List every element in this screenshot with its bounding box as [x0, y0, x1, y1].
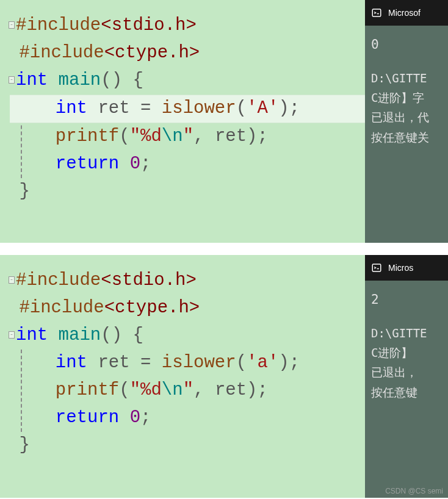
punct: ( — [119, 126, 129, 146]
preproc: #include — [19, 298, 104, 318]
fn-call: printf — [56, 126, 119, 146]
output-line: D:\GITTE — [371, 68, 442, 88]
fn-call: printf — [56, 380, 119, 400]
header-file: <stdio.h> — [101, 15, 197, 35]
output-value: 2 — [371, 289, 442, 311]
brace: } — [19, 435, 29, 455]
output-line: 按任意键关 — [371, 127, 442, 147]
watermark-text: CSDN @CS semi — [385, 487, 443, 495]
fold-icon[interactable]: - — [9, 276, 15, 284]
punct: ; — [140, 154, 151, 174]
char-literal: 'A' — [247, 98, 278, 118]
type-keyword: int — [56, 98, 87, 118]
console-window-2[interactable]: Micros 2 D:\GITTE C进阶】 已退出， 按任意键 — [365, 255, 448, 498]
header-file: <ctype.h> — [104, 43, 200, 63]
punct: , — [193, 126, 215, 146]
terminal-icon — [371, 262, 382, 273]
op: = — [140, 98, 162, 118]
output-line: C进阶】 — [371, 343, 442, 362]
punct: ); — [278, 98, 300, 118]
header-file: <stdio.h> — [101, 270, 197, 290]
fold-icon[interactable]: - — [9, 76, 15, 84]
number: 0 — [130, 407, 140, 428]
console-window-1[interactable]: Microsof 0 D:\GITTE C进阶】字 已退出，代 按任意键关 — [365, 0, 448, 243]
preproc: #include — [16, 15, 101, 35]
op: = — [140, 353, 162, 373]
string: "%d — [130, 126, 162, 146]
string: " — [183, 126, 193, 146]
fold-icon[interactable]: - — [9, 21, 15, 29]
console-output: 0 D:\GITTE C进阶】字 已退出，代 按任意键关 — [365, 26, 448, 243]
preproc: #include — [16, 270, 101, 290]
code-panel-2: -#include<stdio.h> #include<ctype.h> -in… — [0, 255, 448, 498]
keyword: return — [56, 154, 119, 174]
punct: ( — [236, 353, 247, 373]
escape: \n — [162, 126, 183, 146]
console-title: Microsof — [388, 8, 421, 18]
string: "%d — [130, 380, 162, 400]
brace: } — [19, 181, 29, 201]
type-keyword: int — [16, 70, 48, 90]
header-file: <ctype.h> — [104, 298, 200, 318]
punct: ( — [119, 380, 129, 400]
punct: , — [193, 380, 215, 400]
type-keyword: int — [16, 325, 48, 345]
fn-call: islower — [162, 98, 236, 118]
fold-icon[interactable]: - — [9, 331, 15, 339]
identifier: ret — [87, 98, 140, 118]
fn-name: main — [48, 70, 101, 90]
terminal-icon — [371, 7, 382, 18]
number: 0 — [130, 154, 140, 174]
fn-call: islower — [162, 353, 236, 373]
svg-rect-0 — [372, 9, 381, 16]
output-line: 已退出，代 — [371, 107, 442, 127]
identifier: ret — [87, 353, 140, 373]
punct: () { — [101, 70, 143, 90]
identifier: ret — [215, 380, 247, 400]
output-line: C进阶】字 — [371, 88, 442, 107]
output-line: D:\GITTE — [371, 323, 442, 343]
output-value: 0 — [371, 34, 442, 56]
svg-rect-1 — [372, 264, 381, 271]
char-literal: 'a' — [247, 353, 278, 373]
string: " — [183, 380, 193, 400]
fn-name: main — [48, 325, 101, 345]
punct: ); — [247, 380, 268, 400]
punct: ; — [140, 407, 151, 428]
punct: ); — [278, 353, 300, 373]
punct: ( — [236, 98, 247, 118]
output-line: 按任意键 — [371, 382, 442, 402]
space — [119, 154, 129, 174]
console-titlebar[interactable]: Micros — [365, 255, 448, 281]
punct: () { — [101, 325, 143, 345]
code-panel-1: -#include<stdio.h> #include<ctype.h> -in… — [0, 0, 448, 243]
type-keyword: int — [56, 353, 87, 373]
output-line: 已退出， — [371, 362, 442, 382]
space — [119, 407, 129, 428]
console-output: 2 D:\GITTE C进阶】 已退出， 按任意键 — [365, 281, 448, 498]
punct: ); — [247, 126, 268, 146]
keyword: return — [56, 407, 119, 428]
console-titlebar[interactable]: Microsof — [365, 0, 448, 26]
escape: \n — [162, 380, 183, 400]
preproc: #include — [19, 43, 104, 63]
identifier: ret — [215, 126, 247, 146]
console-title: Micros — [388, 263, 413, 273]
